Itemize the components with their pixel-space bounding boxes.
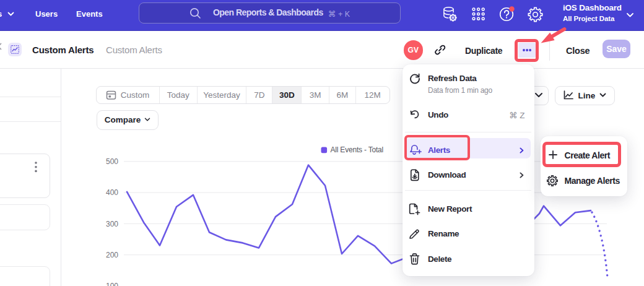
svg-text:All Events - Total: All Events - Total <box>331 145 384 154</box>
svg-text:500: 500 <box>106 157 118 166</box>
svg-text:300: 300 <box>106 220 118 228</box>
svg-text:400: 400 <box>106 188 118 197</box>
svg-text:200: 200 <box>106 251 118 259</box>
svg-text:100: 100 <box>106 282 118 286</box>
